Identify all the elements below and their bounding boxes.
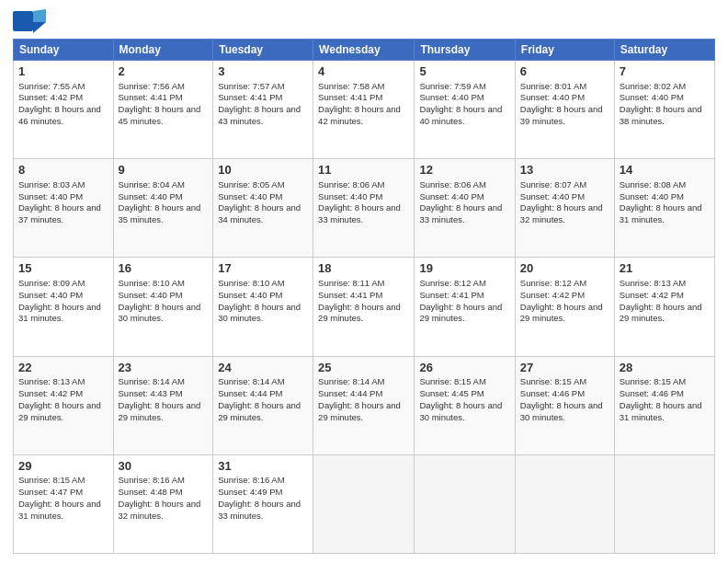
calendar-cell: 31Sunrise: 8:16 AMSunset: 4:49 PMDayligh… [213,454,313,553]
calendar-cell: 27Sunrise: 8:15 AMSunset: 4:46 PMDayligh… [515,356,614,454]
calendar-cell [415,454,515,553]
sunrise: Sunrise: 8:01 AM [520,81,586,91]
svg-marker-2 [33,22,46,33]
daylight: Daylight: 8 hours and 33 minutes. [218,499,301,521]
calendar-cell [313,454,415,553]
sunrise: Sunrise: 8:09 AM [18,278,85,288]
sunset: Sunset: 4:42 PM [520,290,585,300]
daylight: Daylight: 8 hours and 29 minutes. [318,400,401,422]
sunset: Sunset: 4:40 PM [520,191,585,201]
calendar-cell: 11Sunrise: 8:06 AMSunset: 4:40 PMDayligh… [313,159,415,258]
daylight: Daylight: 8 hours and 29 minutes. [119,400,201,422]
sunrise: Sunrise: 8:14 AM [318,376,384,386]
sunrise: Sunrise: 8:02 AM [620,81,686,91]
day-number: 17 [218,260,308,277]
daylight: Daylight: 8 hours and 29 minutes. [419,302,502,324]
day-number: 13 [520,162,609,178]
sunset: Sunset: 4:40 PM [218,191,282,201]
daylight: Daylight: 8 hours and 30 minutes. [520,400,603,422]
day-number: 3 [218,63,308,80]
sunset: Sunset: 4:40 PM [218,290,282,300]
calendar-cell: 21Sunrise: 8:13 AMSunset: 4:42 PMDayligh… [614,258,714,356]
calendar-cell: 15Sunrise: 8:09 AMSunset: 4:40 PMDayligh… [14,258,114,356]
sunrise: Sunrise: 7:58 AM [318,81,384,91]
sunrise: Sunrise: 8:12 AM [419,278,485,288]
daylight: Daylight: 8 hours and 45 minutes. [119,104,201,126]
sunset: Sunset: 4:41 PM [318,92,382,102]
sunrise: Sunrise: 8:07 AM [520,179,586,190]
day-number: 27 [520,360,609,376]
weekday-header-wednesday: Wednesday [313,40,415,61]
daylight: Daylight: 8 hours and 30 minutes. [419,400,502,422]
daylight: Daylight: 8 hours and 40 minutes. [419,104,502,126]
sunrise: Sunrise: 8:15 AM [18,475,85,485]
day-number: 10 [218,162,308,178]
sunrise: Sunrise: 8:12 AM [520,278,586,288]
weekday-header-saturday: Saturday [614,40,714,61]
sunrise: Sunrise: 8:04 AM [119,179,185,190]
sunset: Sunset: 4:40 PM [119,290,183,300]
daylight: Daylight: 8 hours and 29 minutes. [318,302,401,324]
calendar-cell: 9Sunrise: 8:04 AMSunset: 4:40 PMDaylight… [113,159,213,258]
sunrise: Sunrise: 8:08 AM [620,179,686,190]
calendar-cell: 4Sunrise: 7:58 AMSunset: 4:41 PMDaylight… [313,61,415,159]
calendar-cell: 17Sunrise: 8:10 AMSunset: 4:40 PMDayligh… [213,258,313,356]
day-number: 30 [119,458,209,475]
daylight: Daylight: 8 hours and 39 minutes. [520,104,603,126]
logo-icon [13,9,46,33]
day-number: 23 [119,360,209,376]
sunset: Sunset: 4:41 PM [419,290,483,300]
sunset: Sunset: 4:40 PM [18,290,83,300]
sunset: Sunset: 4:42 PM [18,92,83,102]
sunset: Sunset: 4:49 PM [218,487,282,497]
header-row: SundayMondayTuesdayWednesdayThursdayFrid… [14,40,715,61]
sunrise: Sunrise: 8:15 AM [520,376,586,386]
calendar-week-4: 22Sunrise: 8:13 AMSunset: 4:42 PMDayligh… [14,356,715,454]
day-number: 20 [520,260,609,277]
svg-rect-0 [13,11,33,31]
day-number: 28 [620,360,710,376]
sunset: Sunset: 4:45 PM [419,388,483,398]
day-number: 21 [620,260,710,277]
sunrise: Sunrise: 8:15 AM [419,376,485,386]
sunset: Sunset: 4:47 PM [18,487,83,497]
sunset: Sunset: 4:41 PM [119,92,183,102]
sunrise: Sunrise: 8:14 AM [119,376,185,386]
calendar-week-3: 15Sunrise: 8:09 AMSunset: 4:40 PMDayligh… [14,258,715,356]
weekday-header-thursday: Thursday [415,40,515,61]
calendar-cell: 23Sunrise: 8:14 AMSunset: 4:43 PMDayligh… [113,356,213,454]
day-number: 8 [18,162,108,178]
weekday-header-friday: Friday [515,40,614,61]
sunrise: Sunrise: 8:03 AM [18,179,85,190]
calendar-cell: 25Sunrise: 8:14 AMSunset: 4:44 PMDayligh… [313,356,415,454]
sunrise: Sunrise: 7:59 AM [419,81,485,91]
daylight: Daylight: 8 hours and 29 minutes. [18,400,101,422]
sunrise: Sunrise: 8:10 AM [218,278,284,288]
daylight: Daylight: 8 hours and 31 minutes. [620,400,702,422]
day-number: 25 [318,360,409,376]
daylight: Daylight: 8 hours and 30 minutes. [119,302,201,324]
daylight: Daylight: 8 hours and 29 minutes. [520,302,603,324]
sunset: Sunset: 4:40 PM [520,92,585,102]
calendar-week-1: 1Sunrise: 7:55 AMSunset: 4:42 PMDaylight… [14,61,715,159]
day-number: 1 [18,63,108,80]
sunrise: Sunrise: 7:57 AM [218,81,284,91]
calendar-cell: 8Sunrise: 8:03 AMSunset: 4:40 PMDaylight… [14,159,114,258]
sunrise: Sunrise: 8:14 AM [218,376,284,386]
sunrise: Sunrise: 8:13 AM [620,278,686,288]
daylight: Daylight: 8 hours and 34 minutes. [218,202,301,224]
sunset: Sunset: 4:40 PM [318,191,382,201]
calendar-cell: 12Sunrise: 8:06 AMSunset: 4:40 PMDayligh… [415,159,515,258]
day-number: 31 [218,458,308,475]
calendar-cell: 19Sunrise: 8:12 AMSunset: 4:41 PMDayligh… [415,258,515,356]
day-number: 11 [318,162,409,178]
calendar-week-2: 8Sunrise: 8:03 AMSunset: 4:40 PMDaylight… [14,159,715,258]
calendar-cell: 7Sunrise: 8:02 AMSunset: 4:40 PMDaylight… [614,61,714,159]
calendar-cell: 29Sunrise: 8:15 AMSunset: 4:47 PMDayligh… [14,454,114,553]
calendar-cell: 16Sunrise: 8:10 AMSunset: 4:40 PMDayligh… [113,258,213,356]
sunrise: Sunrise: 8:15 AM [620,376,686,386]
calendar-cell: 1Sunrise: 7:55 AMSunset: 4:42 PMDaylight… [14,61,114,159]
daylight: Daylight: 8 hours and 38 minutes. [620,104,702,126]
sunset: Sunset: 4:40 PM [119,191,183,201]
svg-marker-1 [33,9,46,22]
